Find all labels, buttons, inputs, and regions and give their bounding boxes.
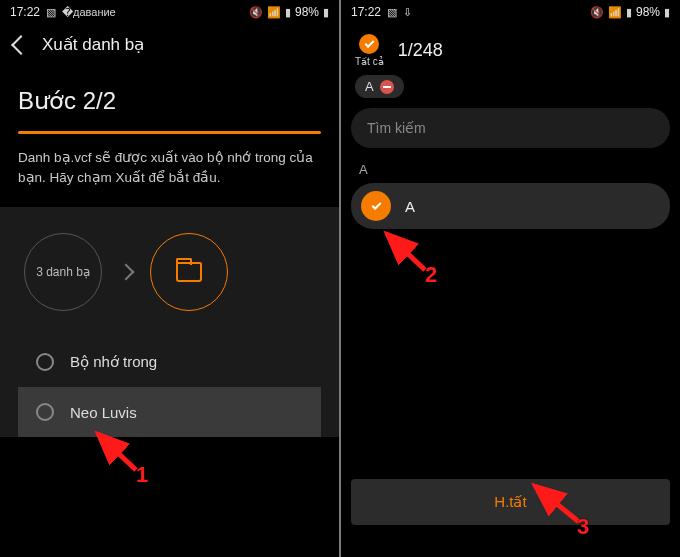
section-header: A [341, 148, 680, 183]
battery-text: 98% [636, 5, 660, 19]
folder-icon [176, 262, 202, 282]
status-time: 17:22 [10, 5, 40, 19]
phone-right: 17:22 ▧ ⇩ 🔇 📶 ▮ 98% ▮ Tất cả 1/248 A Tìm… [341, 0, 680, 557]
remove-icon[interactable] [380, 80, 394, 94]
radio-icon [36, 353, 54, 371]
status-time: 17:22 [351, 5, 381, 19]
description-text: Danh bạ.vcf sẽ được xuất vào bộ nhớ tron… [0, 134, 339, 207]
selection-count: 1/248 [398, 40, 443, 61]
destination-circle [150, 233, 228, 311]
select-all-toggle[interactable]: Tất cả [355, 34, 384, 67]
selected-chips: A [341, 71, 680, 108]
status-bar: 17:22 ▧ �давание 🔇 📶 ▮ 98% ▮ [0, 0, 339, 24]
chip-label: A [365, 79, 374, 94]
option-label: Bộ nhớ trong [70, 353, 157, 371]
option-internal-storage[interactable]: Bộ nhớ trong [18, 337, 321, 387]
export-visual: 3 danh bạ [18, 227, 321, 337]
status-icon: ⇩ [403, 6, 412, 19]
signal-icon: ▮ [626, 6, 632, 19]
done-button[interactable]: H.tất [351, 479, 670, 525]
status-icon: ▧ [46, 6, 56, 19]
option-label: Neo Luvis [70, 404, 137, 421]
signal-icon: ▮ [285, 6, 291, 19]
battery-icon: ▮ [323, 6, 329, 19]
source-circle: 3 danh bạ [24, 233, 102, 311]
step-label: Bước 2/2 [0, 61, 339, 123]
search-input[interactable]: Tìm kiếm [351, 108, 670, 148]
contact-name: A [405, 198, 415, 215]
battery-text: 98% [295, 5, 319, 19]
wifi-icon: 📶 [267, 6, 281, 19]
option-neo-luvis[interactable]: Neo Luvis [18, 387, 321, 437]
status-icon: �давание [62, 6, 116, 19]
chip-a[interactable]: A [355, 75, 404, 98]
mute-icon: 🔇 [590, 6, 604, 19]
wifi-icon: 📶 [608, 6, 622, 19]
battery-icon: ▮ [664, 6, 670, 19]
status-icon: ▧ [387, 6, 397, 19]
annotation-2: 2 [375, 228, 435, 278]
page-header: Xuất danh bạ [0, 24, 339, 61]
search-placeholder: Tìm kiếm [367, 120, 426, 136]
check-icon [361, 191, 391, 221]
selection-header: Tất cả 1/248 [341, 24, 680, 71]
export-panel: 3 danh bạ Bộ nhớ trong Neo Luvis [0, 207, 339, 437]
arrow-right-icon [118, 264, 135, 281]
radio-icon [36, 403, 54, 421]
contact-row-a[interactable]: A [351, 183, 670, 229]
back-icon[interactable] [11, 35, 31, 55]
page-title: Xuất danh bạ [42, 34, 144, 55]
phone-left: 17:22 ▧ �давание 🔇 📶 ▮ 98% ▮ Xuất danh b… [0, 0, 339, 557]
mute-icon: 🔇 [249, 6, 263, 19]
select-all-label: Tất cả [355, 56, 384, 67]
check-icon [359, 34, 379, 54]
status-bar: 17:22 ▧ ⇩ 🔇 📶 ▮ 98% ▮ [341, 0, 680, 24]
